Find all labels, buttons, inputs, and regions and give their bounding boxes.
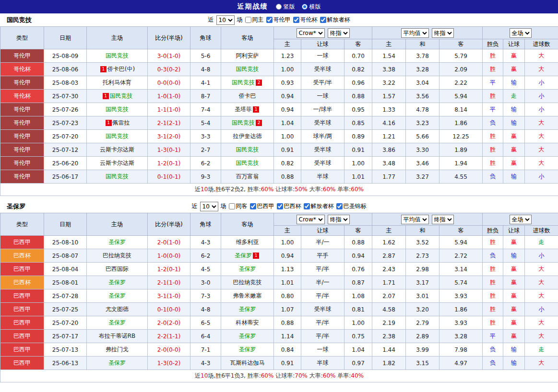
opponent-team-link[interactable]: 尤文图德 (106, 306, 129, 312)
col-header-goals-result: 进球数 (525, 226, 558, 236)
result-outcome-cell: 胜 (483, 289, 503, 303)
avg-time-select[interactable]: 终指 (432, 28, 454, 38)
match-row: 巴西甲25-06-13圣保罗1-3(0-2)4-3瓦斯科达伽马0.91半球0.9… (0, 357, 558, 370)
opponent-team-link[interactable]: 拉伊奎达德 (233, 133, 262, 139)
odds-source-select[interactable]: Crow* (297, 215, 325, 224)
opponent-team-link[interactable]: 巴拉纳竞技 (103, 252, 131, 259)
opponent-team-link[interactable]: 百万富翁 (236, 173, 259, 180)
focus-team-link[interactable]: 国民竞技 (110, 92, 133, 99)
radio-icon[interactable] (302, 4, 308, 10)
filter-checkbox[interactable] (304, 203, 310, 209)
focus-team-link[interactable]: 圣保罗 (108, 359, 126, 366)
odds-source-select[interactable]: Crow* (297, 28, 325, 38)
focus-team-link[interactable]: 国民竞技 (236, 66, 259, 72)
col-header-odds-handicap: 让球 (301, 226, 344, 236)
result-outcome-cell: 胜 (483, 90, 503, 103)
recent-count-select[interactable]: 10 (216, 15, 235, 25)
odds-time-select[interactable]: 终指 (328, 28, 350, 38)
focus-team-link[interactable]: 圣保罗 (239, 333, 256, 339)
score-cell: 1-2(0-1) (148, 263, 190, 276)
scope-select[interactable]: 全场 (510, 215, 532, 224)
match-row: 哥伦甲25-07-26国民竞技1-1(1-0)7-4圣塔菲10.94一/球半0.… (0, 103, 558, 116)
avg-draw-cell: 3.52 (406, 236, 439, 249)
focus-team-link[interactable]: 圣保罗 (239, 265, 256, 272)
avg-away-cell: 1.86 (439, 116, 483, 130)
focus-team-link[interactable]: 国民竞技 (106, 133, 129, 139)
opponent-team-link[interactable]: 瓦斯科达伽马 (230, 359, 265, 366)
filter-checkbox[interactable] (293, 17, 299, 23)
opponent-team-link[interactable]: 布拉干蒂诺RB (99, 333, 136, 339)
opponent-team-link[interactable]: 科林蒂安 (236, 319, 259, 326)
opponent-team-link[interactable]: 阿利安萨 (236, 52, 259, 59)
opponent-team-link[interactable]: 巴拉纳竞技 (233, 279, 262, 286)
focus-team-link[interactable]: 圣保罗 (239, 306, 256, 312)
filter-checkbox-item[interactable]: 巴西杯 (277, 202, 301, 210)
focus-team-link[interactable]: 圣保罗 (108, 239, 126, 245)
filter-checkbox-item[interactable]: 哥伦甲 (266, 16, 291, 24)
opponent-team-link[interactable]: 维多利亚 (236, 239, 259, 245)
radio-vertical-layout[interactable]: 竖版 (276, 3, 295, 11)
away-team-cell: 圣保罗 (221, 330, 274, 343)
focus-team-link[interactable]: 国民竞技 (106, 52, 129, 59)
odds-handicap-cell: 一球 (301, 90, 344, 103)
odds-away-cell: 0.88 (344, 90, 372, 103)
filter-checkbox[interactable] (229, 203, 235, 209)
opponent-team-link[interactable]: 托利马体育 (103, 79, 131, 86)
result-handicap-cell: 赢 (503, 303, 525, 316)
focus-team-link[interactable]: 圣保罗 (108, 292, 126, 299)
match-row: 巴西甲25-08-04巴西国际1-2(0-1)4-5圣保罗1.13平/半0.76… (0, 263, 558, 276)
filter-checkbox[interactable] (266, 17, 273, 23)
avg-source-select[interactable]: 平均值 (401, 215, 429, 224)
filter-checkbox-item[interactable]: 解放者杯 (304, 202, 334, 210)
focus-team-link[interactable]: 国民竞技 (236, 160, 259, 166)
filter-checkbox[interactable] (250, 203, 256, 209)
radio-icon[interactable] (276, 4, 282, 10)
odds-time-select[interactable]: 终指 (328, 215, 350, 224)
opponent-team-link[interactable]: 弗拉门戈 (106, 346, 129, 353)
corner-cell: 6-4 (190, 330, 221, 343)
opponent-team-link[interactable]: 弗鲁米嫩塞 (233, 292, 262, 299)
date-cell: 25-07-28 (44, 289, 87, 303)
filter-checkbox[interactable] (277, 203, 283, 209)
recent-count-select[interactable]: 10 (200, 202, 218, 211)
avg-time-select[interactable]: 终指 (432, 215, 454, 224)
focus-team-link[interactable]: 国民竞技 (232, 119, 255, 126)
focus-team-link[interactable]: 圣保罗 (108, 279, 126, 286)
avg-selects: 平均值终指 (372, 28, 482, 38)
odds-away-cell: 1.00 (344, 316, 372, 330)
filter-checkbox-item[interactable]: 同主 (245, 16, 264, 24)
filter-checkbox-item[interactable]: 哥伦杯 (293, 16, 318, 24)
odds-away-cell: 0.97 (344, 357, 372, 370)
opponent-team-link[interactable]: 巴西国际 (106, 265, 129, 272)
opponent-team-link[interactable]: 云斯卡尔达斯 (100, 160, 134, 166)
focus-team-link[interactable]: 圣保罗 (108, 319, 126, 326)
summary-part: 场,胜6平2负2, 胜率: (208, 186, 261, 193)
league-badge: 哥伦杯 (0, 63, 44, 76)
opponent-team-link[interactable]: 侨卡巴(中) (107, 66, 135, 72)
score-cell: 3-1(2-0) (148, 130, 190, 143)
focus-team-link[interactable]: 国民竞技 (232, 79, 255, 86)
opponent-team-link[interactable]: 侨卡巴 (239, 92, 256, 99)
home-team-cell: 尤文图德 (87, 303, 148, 316)
focus-team-link[interactable]: 国民竞技 (106, 106, 129, 113)
focus-team-link[interactable]: 国民竞技 (236, 146, 259, 153)
filter-checkbox[interactable] (336, 203, 343, 209)
focus-team-link[interactable]: 圣保罗 (239, 346, 256, 353)
radio-horizontal-layout[interactable]: 横版 (302, 3, 321, 11)
filter-checkbox[interactable] (320, 17, 326, 23)
odds-handicap-cell: 受半球 (301, 143, 344, 157)
filter-checkbox-item[interactable]: 巴西甲 (250, 202, 274, 210)
opponent-team-link[interactable]: 云斯卡尔达斯 (100, 146, 134, 153)
focus-team-link[interactable]: 圣保罗 (235, 252, 252, 259)
scope-select[interactable]: 全场 (510, 28, 532, 38)
league-badge: 巴西甲 (0, 357, 44, 370)
col-header-type: 类型 (0, 213, 44, 236)
filter-checkbox-item[interactable]: 解放者杯 (320, 16, 350, 24)
filter-checkbox[interactable] (245, 17, 251, 23)
avg-source-select[interactable]: 平均值 (401, 28, 429, 38)
opponent-team-link[interactable]: 佩雷拉 (113, 119, 130, 126)
filter-checkbox-item[interactable]: 同客 (229, 202, 248, 210)
filter-checkbox-item[interactable]: 巴圣锦标 (336, 202, 367, 210)
opponent-team-link[interactable]: 圣塔菲 (235, 106, 252, 113)
focus-team-link[interactable]: 国民竞技 (106, 173, 129, 180)
